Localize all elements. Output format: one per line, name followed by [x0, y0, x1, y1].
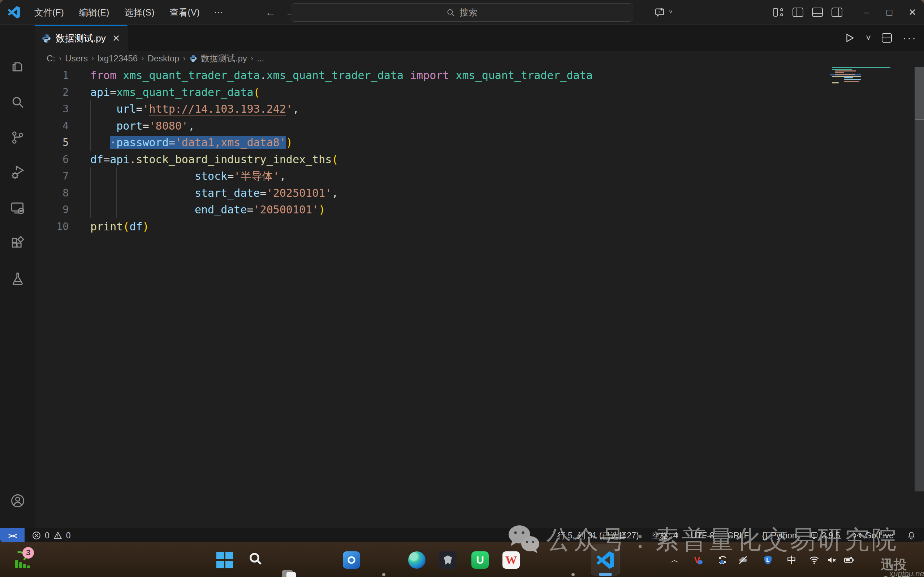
- menu-view[interactable]: 查看(V): [162, 4, 207, 20]
- menu-file[interactable]: 文件(F): [27, 4, 71, 20]
- run-python-file-icon[interactable]: [844, 32, 855, 44]
- line-number: 4: [35, 118, 69, 134]
- tab-data-test-py[interactable]: 数据测试.py ✕: [35, 25, 127, 51]
- menu-edit[interactable]: 编辑(E): [71, 4, 117, 20]
- game-launcher-icon[interactable]: [439, 551, 456, 569]
- code-line[interactable]: 7 stock='半导体',: [35, 168, 924, 184]
- minimap[interactable]: [832, 66, 894, 91]
- line-number: 5: [35, 134, 69, 151]
- window-maximize-button[interactable]: □: [878, 0, 901, 24]
- run-debug-icon[interactable]: [0, 156, 35, 190]
- code-line[interactable]: 1from xms_quant_trader_data.xms_quant_tr…: [35, 67, 924, 84]
- breadcrumb-symbol-tail[interactable]: ...: [257, 53, 264, 64]
- breadcrumb-separator-icon: ›: [91, 54, 94, 63]
- tray-onedrive-paused-icon[interactable]: [737, 551, 750, 569]
- source-control-icon[interactable]: [0, 121, 35, 154]
- accounts-icon[interactable]: [0, 484, 35, 517]
- code-line[interactable]: 8 start_date='20250101',: [35, 184, 924, 201]
- python-file-icon: [189, 55, 197, 63]
- indentation-status[interactable]: 空格: 4: [652, 530, 678, 541]
- tab-label: 数据测试.py: [56, 32, 106, 45]
- breadcrumb-separator-icon: ›: [59, 54, 61, 63]
- tray-wifi-icon[interactable]: [808, 551, 821, 569]
- vscode-taskbar-icon[interactable]: [597, 551, 614, 569]
- scrollbar-thumb[interactable]: [914, 67, 924, 119]
- python-file-icon: [42, 34, 51, 44]
- remote-indicator[interactable]: ><: [0, 528, 24, 542]
- code-line[interactable]: 9 end_date='20500101'): [35, 201, 924, 218]
- tab-close-icon[interactable]: ✕: [112, 33, 120, 44]
- braces-icon: {}: [762, 531, 768, 540]
- line-number: 9: [35, 201, 69, 218]
- customize-layout-icon[interactable]: [773, 8, 784, 17]
- code-editor[interactable]: 1from xms_quant_trader_data.xms_quant_tr…: [35, 66, 924, 528]
- code-line[interactable]: 3 url='http://14.103.193.242',: [35, 100, 924, 118]
- tray-security-shield-icon[interactable]: [761, 551, 774, 569]
- editor-scrollbar[interactable]: [914, 67, 924, 492]
- line-number: 7: [35, 168, 69, 184]
- problems-status[interactable]: 0 0: [32, 528, 71, 542]
- taskbar-search-icon[interactable]: [248, 551, 266, 569]
- breadcrumb-item[interactable]: lxg123456: [98, 53, 138, 64]
- testing-icon[interactable]: [0, 263, 35, 296]
- notifications-bell-icon[interactable]: [907, 531, 916, 540]
- notification-badge: 3: [23, 547, 34, 559]
- windows-taskbar: 3 1 O U W AI ••• ︿: [0, 542, 924, 577]
- green-app-icon[interactable]: U: [471, 551, 489, 569]
- window-close-button[interactable]: ✕: [901, 0, 924, 24]
- wps-office-icon[interactable]: W: [503, 551, 520, 569]
- task-view-icon[interactable]: [281, 569, 298, 577]
- eol-status[interactable]: CRLF: [727, 531, 749, 540]
- breadcrumb-item[interactable]: Desktop: [147, 53, 179, 64]
- tray-sync-icon[interactable]: [716, 551, 729, 569]
- breadcrumb-file[interactable]: 数据测试.py: [201, 53, 247, 64]
- code-line[interactable]: 10print(df): [35, 218, 924, 235]
- edge-browser-icon[interactable]: [408, 551, 426, 569]
- code-line[interactable]: 4 port='8080',: [35, 118, 924, 134]
- python-interpreter-status[interactable]: 3.9.5: [810, 531, 840, 540]
- active-running-indicator: [599, 573, 612, 576]
- vscode-logo-icon: [8, 6, 20, 18]
- stock-app-icon[interactable]: 3: [15, 551, 32, 569]
- command-center-search[interactable]: 搜索: [291, 3, 633, 22]
- encoding-status[interactable]: UTF-8: [691, 531, 714, 540]
- start-button-icon[interactable]: [216, 551, 233, 569]
- breadcrumb-item[interactable]: Users: [65, 53, 88, 64]
- tab-bar: 数据测试.py ✕ ˅ ···: [35, 25, 924, 51]
- broadcast-icon: [853, 531, 862, 540]
- nav-back-icon[interactable]: ←: [265, 6, 276, 18]
- search-sidebar-icon[interactable]: [0, 85, 35, 119]
- code-line[interactable]: 6df=api.stock_board_industry_index_ths(: [35, 151, 924, 168]
- breadcrumb-item[interactable]: C:: [47, 53, 55, 64]
- search-icon: [447, 8, 455, 17]
- running-indicator: [571, 573, 575, 576]
- copilot-button[interactable]: ˅: [655, 0, 672, 24]
- warnings-count: 0: [66, 531, 71, 540]
- code-line[interactable]: 5 password='data1,xms_data8'): [35, 134, 924, 151]
- line-number: 2: [35, 84, 69, 101]
- tray-ime-indicator[interactable]: 中: [785, 551, 798, 569]
- toggle-primary-sidebar-icon[interactable]: [792, 8, 803, 17]
- language-mode-status[interactable]: {} Python: [762, 531, 797, 540]
- outlook-icon[interactable]: O: [343, 551, 360, 569]
- tray-battery-icon[interactable]: [842, 551, 855, 569]
- tray-chevron-up-icon[interactable]: ︿: [668, 551, 681, 569]
- cursor-position-status[interactable]: 行 5, 列 31 (已选择27): [557, 530, 639, 541]
- tray-volume-muted-icon[interactable]: [825, 551, 838, 569]
- toggle-secondary-sidebar-icon[interactable]: [832, 8, 842, 17]
- activity-bar: [0, 25, 35, 528]
- window-minimize-button[interactable]: –: [855, 0, 878, 24]
- copilot-icon: [655, 6, 666, 18]
- menu-selection[interactable]: 选择(S): [117, 4, 162, 20]
- explorer-icon[interactable]: [0, 50, 35, 84]
- go-live-status[interactable]: Go Live: [853, 531, 893, 540]
- editor-more-actions-icon[interactable]: ···: [903, 32, 917, 44]
- split-editor-icon[interactable]: [882, 33, 892, 43]
- tray-wps-icon[interactable]: V: [692, 551, 705, 569]
- remote-explorer-icon[interactable]: [0, 192, 35, 225]
- toggle-panel-icon[interactable]: [812, 8, 823, 17]
- code-line[interactable]: 2api=xms_quant_trader_data(: [35, 84, 924, 101]
- extensions-icon[interactable]: [0, 227, 35, 260]
- menu-more-button[interactable]: ⋯: [207, 7, 231, 18]
- run-dropdown-chevron-icon[interactable]: ˅: [866, 33, 871, 43]
